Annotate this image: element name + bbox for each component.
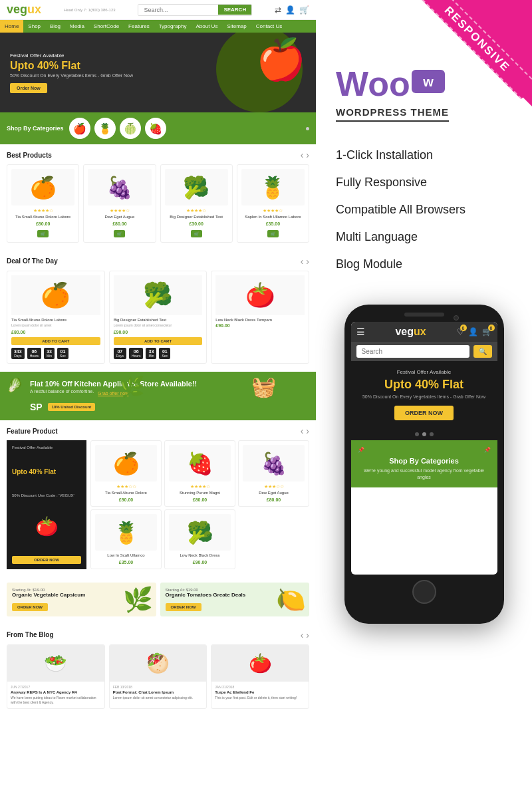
best-products-nav[interactable]: ‹ ›	[301, 150, 309, 160]
nav-about[interactable]: About Us	[191, 20, 222, 33]
fp-name-2: Stunning Purum Magni	[169, 491, 231, 496]
blog-nav[interactable]: ‹ ›	[301, 630, 309, 640]
feature-product-1: 🍊 ★★★☆☆ Tia Small Abune Dolore £90.00	[90, 440, 162, 507]
product-price-4: £35.00	[241, 221, 305, 226]
timer-days-1: 343Days	[11, 348, 25, 359]
deal-image-1: 🍊	[11, 275, 100, 315]
nav-typography[interactable]: Typography	[154, 20, 192, 33]
product-card-2: 🍇 ★★★★☆ Dew Eget Augue £80.00 🛒	[83, 164, 156, 243]
deal-name-3: Low Neck Black Dress Tempam	[215, 318, 305, 322]
feature-product-5: 🥦 Low Neck Black Dress £90.00	[164, 509, 235, 569]
add-to-cart-4[interactable]: 🛒	[267, 230, 279, 237]
deal-cart-btn-2[interactable]: ADD TO CART	[114, 337, 203, 345]
add-to-cart-3[interactable]: 🛒	[191, 230, 202, 237]
site-header-icons: ⇄ 👤 🛒	[275, 5, 309, 15]
nav-shop[interactable]: Shop	[23, 20, 45, 33]
hamburger-icon: ☰	[356, 327, 365, 337]
category-pagination	[300, 127, 309, 130]
page-dot-1	[300, 127, 303, 130]
blog-content-3: JAN 21/2018 Turpe Ac Eleifend Fe This is…	[211, 682, 309, 704]
add-to-cart-2[interactable]: 🛒	[114, 230, 125, 237]
promo-card-2: Starting At: $19.00 Organic Tomatoes Gre…	[160, 583, 310, 616]
category-apple[interactable]: 🍎	[69, 118, 90, 139]
blog-card-1: 🥗 JUN 27/2017 Anyway REPS Is A NYC Agenc…	[7, 644, 105, 709]
site-search-button[interactable]: SEARCH	[218, 5, 251, 15]
blog-section: From The Blog ‹ › 🥗 JUN 27/2017 Anyway R…	[0, 624, 316, 714]
blog-content-2: FEB 13/2018 Post Format: Chat Lorem Ipsu…	[110, 682, 207, 704]
feature-products-grid: 🍊 ★★★☆☆ Tia Small Abune Dolore £90.00 🍓 …	[90, 440, 309, 569]
feature-banner-code: 50% Discount Use Code : 'VEGUX'	[12, 493, 81, 497]
deal-price-1: £80.00	[11, 330, 100, 334]
account-icon[interactable]: 👤	[285, 5, 295, 15]
phone-screen: ☰ vegux ♡ 0 👤 🛒 0	[351, 322, 497, 575]
site-search-input[interactable]	[138, 5, 218, 15]
add-to-cart-1[interactable]: 🛒	[37, 230, 49, 237]
phone-cart-icon: 🛒 0	[482, 327, 492, 336]
category-strawberry[interactable]: 🍓	[145, 118, 166, 139]
promo-badge: 10% United Discount	[48, 403, 96, 411]
fp-name-1: Tia Small Abune Dolore	[95, 491, 157, 496]
blog-post-title-1: Anyway REPS Is A NYC Agency R4	[11, 690, 101, 694]
blog-text-2: Lorem ipsum dolor sit amet consectetur a…	[113, 696, 203, 700]
blog-image-2: 🥙	[110, 645, 207, 682]
phone-category-pins: 📌 📌	[358, 447, 491, 453]
phone-logo: vegux	[395, 326, 426, 338]
info-panel: RESPONSIVE Woo w WORDPRESS THEME 1-Click…	[316, 0, 532, 798]
timer-days-2: 07Days	[114, 348, 126, 359]
blog-text-3: This is your first post. Edit or delete …	[215, 696, 305, 700]
fp-image-1: 🍊	[95, 445, 157, 481]
deal-image-3: 🍅	[215, 275, 305, 315]
fp-price-4: £35.00	[95, 560, 157, 565]
deal-cart-btn-1[interactable]: ADD TO CART	[11, 337, 100, 345]
nav-features[interactable]: Features	[124, 20, 154, 33]
promo-card-btn-2[interactable]: ORDER NOW	[166, 603, 201, 611]
categories-strip: Shop By Categories 🍎 🍍 🍈 🍓	[0, 112, 316, 144]
nav-blog[interactable]: Blog	[45, 20, 65, 33]
hero-cta-button[interactable]: Order Now	[10, 83, 47, 93]
nav-media[interactable]: Media	[65, 20, 89, 33]
phone-search-button[interactable]: 🔍	[473, 345, 492, 358]
timer-secs-2: 01Sec	[159, 348, 170, 359]
deal-timer-2: 07Days 06Hours 33Min 01Sec	[114, 348, 203, 359]
fp-rating-2: ★★★★☆	[169, 484, 231, 489]
phone-mockup-section: ☰ vegux ♡ 0 👤 🛒 0	[316, 305, 532, 624]
product-image-1: 🍊	[11, 169, 74, 205]
wishlist-badge: 0	[460, 325, 467, 331]
product-card-4: 🍍 ★★★★☆ Saplen In Scaft Ullamco Labore £…	[237, 164, 309, 243]
fp-name-5: Low Neck Black Dress	[169, 553, 231, 559]
blog-content-1: JUN 27/2017 Anyway REPS Is A NYC Agency …	[7, 682, 104, 708]
nav-contact[interactable]: Contact Us	[251, 20, 287, 33]
fp-name-3: Dew Eget Augue	[243, 491, 305, 496]
blog-text-1: We have been putting ideas to Room marke…	[11, 696, 101, 705]
feature-product-2: 🍓 ★★★★☆ Stunning Purum Magni £80.00	[164, 440, 235, 507]
category-pomegranate[interactable]: 🍈	[120, 118, 141, 139]
feature-order-btn[interactable]: ORDER NOW	[12, 556, 81, 564]
best-products-header: Best Products ‹ ›	[7, 150, 309, 160]
svg-text:w: w	[422, 74, 434, 89]
deal-of-day-header: Deal Of The Day ‹ ›	[7, 256, 309, 267]
cart-icon[interactable]: 🛒	[299, 5, 309, 15]
phone-dot-2	[422, 432, 426, 436]
phone-search-input[interactable]	[356, 345, 469, 358]
product-name-2: Dew Eget Augue	[88, 215, 151, 220]
product-name-1: Tia Small Abune Dolore Labore	[11, 215, 74, 220]
site-phone: Head Only 7: 1(800) 386-123	[64, 8, 116, 12]
promo-card-btn-1[interactable]: ORDER NOW	[12, 603, 48, 611]
nav-sitemap[interactable]: Sitemap	[222, 20, 251, 33]
hero-image: 🍎	[256, 36, 306, 83]
phone-order-button[interactable]: ORDER NOW	[394, 406, 454, 420]
features-list: 1-Click Installation Fully Responsive Co…	[336, 142, 512, 278]
deal-nav[interactable]: ‹ ›	[301, 256, 309, 267]
nav-shortcode[interactable]: ShortCode	[89, 20, 124, 33]
nav-home[interactable]: Home	[0, 20, 23, 33]
feature-grid: Festival Offer Available Upto 40% Flat 5…	[7, 440, 309, 569]
product-rating-3: ★★★★☆	[165, 208, 228, 213]
feature-nav[interactable]: ‹ ›	[301, 426, 309, 436]
woo-logo: Woo w	[336, 66, 512, 101]
phone-home-button[interactable]	[412, 580, 436, 604]
category-pineapple[interactable]: 🍍	[94, 118, 116, 139]
feature-5: Blog Module	[336, 251, 512, 278]
blog-date-3: JAN 21/2018	[215, 685, 305, 689]
feature-3: Compatible All Browsers	[336, 196, 512, 223]
compare-icon[interactable]: ⇄	[275, 5, 281, 15]
